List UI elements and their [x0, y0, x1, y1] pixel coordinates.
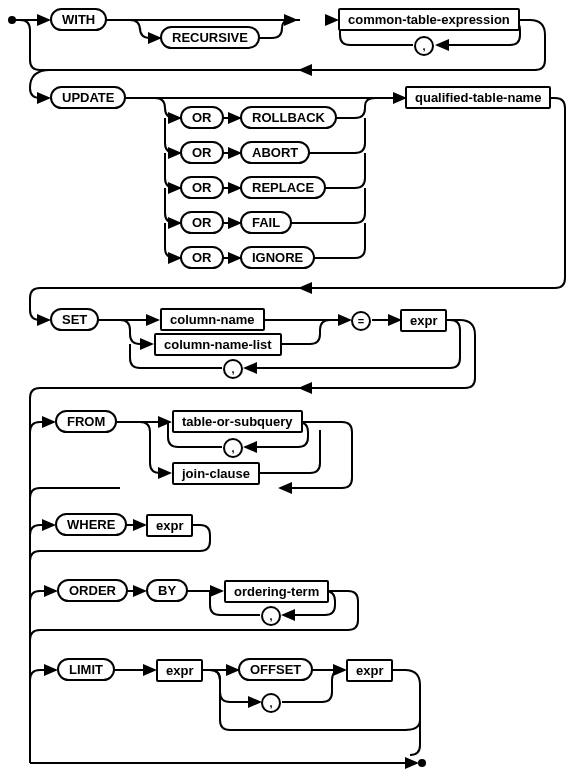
kw-replace: REPLACE	[240, 176, 326, 199]
kw-fail: FAIL	[240, 211, 292, 234]
kw-abort: ABORT	[240, 141, 310, 164]
kw-from: FROM	[55, 410, 117, 433]
end-dot	[418, 759, 426, 767]
sym-comma-cte: ,	[414, 36, 434, 56]
kw-update: UPDATE	[50, 86, 126, 109]
start-dot	[8, 16, 16, 24]
sym-comma-limit: ,	[261, 693, 281, 713]
kw-limit: LIMIT	[57, 658, 115, 681]
nt-column-name-list: column-name-list	[154, 333, 282, 356]
sym-comma-set: ,	[223, 359, 243, 379]
kw-with: WITH	[50, 8, 107, 31]
kw-or-2: OR	[180, 141, 224, 164]
nt-expr-limit: expr	[156, 659, 203, 682]
kw-where: WHERE	[55, 513, 127, 536]
nt-common-table-expression: common-table-expression	[338, 8, 520, 31]
syntax-diagram: WITH RECURSIVE common-table-expression ,…	[0, 0, 576, 769]
sym-comma-from: ,	[223, 438, 243, 458]
nt-table-or-subquery: table-or-subquery	[172, 410, 303, 433]
nt-expr-where: expr	[146, 514, 193, 537]
kw-rollback: ROLLBACK	[240, 106, 337, 129]
nt-ordering-term: ordering-term	[224, 580, 329, 603]
kw-ignore: IGNORE	[240, 246, 315, 269]
nt-column-name: column-name	[160, 308, 265, 331]
kw-set: SET	[50, 308, 99, 331]
kw-or-4: OR	[180, 211, 224, 234]
nt-qualified-table-name: qualified-table-name	[405, 86, 551, 109]
kw-offset: OFFSET	[238, 658, 313, 681]
kw-or-3: OR	[180, 176, 224, 199]
kw-or-5: OR	[180, 246, 224, 269]
nt-expr-set: expr	[400, 309, 447, 332]
sym-comma-order: ,	[261, 606, 281, 626]
kw-recursive: RECURSIVE	[160, 26, 260, 49]
kw-or-1: OR	[180, 106, 224, 129]
nt-expr-offset: expr	[346, 659, 393, 682]
kw-order: ORDER	[57, 579, 128, 602]
nt-join-clause: join-clause	[172, 462, 260, 485]
sym-equals: =	[351, 311, 371, 331]
kw-by: BY	[146, 579, 188, 602]
